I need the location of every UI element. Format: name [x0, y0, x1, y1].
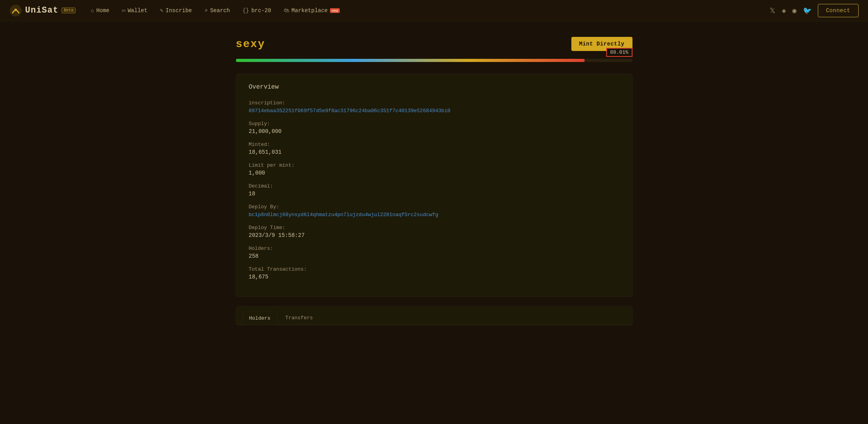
nav-search-label: Search [210, 7, 230, 14]
total-tx-value: 18,675 [249, 274, 620, 280]
supply-value: 21,000,000 [249, 128, 620, 135]
home-icon: ⌂ [91, 7, 94, 14]
beta-badge: Beta [62, 7, 76, 13]
inscription-label: inscription: [249, 100, 620, 106]
nav-home-label: Home [96, 7, 110, 14]
nav-search[interactable]: ⌕ Search [199, 5, 236, 16]
overview-total-tx-row: Total Transactions: 18,675 [249, 266, 620, 280]
deploy-by-label: Deploy By: [249, 204, 620, 210]
minted-value: 18,651,031 [249, 149, 620, 155]
tabs-header: Holders Transfers [236, 307, 632, 325]
nav-marketplace-label: Marketplace [292, 7, 328, 14]
overview-card: Overview inscription: 89714ebaa352251f06… [236, 74, 632, 297]
nav-wallet[interactable]: ▭ Wallet [116, 5, 153, 16]
social-discord-icon[interactable]: ◈ [782, 6, 786, 15]
tab-transfers[interactable]: Transfers [279, 311, 319, 324]
token-name: sexy [236, 38, 265, 50]
social-bird-icon[interactable]: 🐦 [803, 6, 812, 15]
overview-supply-row: Supply: 21,000,000 [249, 121, 620, 135]
marketplace-icon: 🛍 [284, 7, 289, 14]
logo-area: UniSat Beta [9, 4, 76, 17]
holders-value: 258 [249, 253, 620, 259]
supply-label: Supply: [249, 121, 620, 127]
minted-label: Minted: [249, 142, 620, 147]
progress-bar-background [236, 59, 632, 62]
progress-bar-fill [236, 59, 585, 62]
nav-brc20-label: brc-20 [251, 7, 271, 14]
nav-home[interactable]: ⌂ Home [85, 5, 115, 16]
nav-marketplace[interactable]: 🛍 Marketplace new [278, 5, 345, 16]
holders-label: Holders: [249, 246, 620, 251]
progress-container: 88.01% [236, 59, 632, 62]
connect-button[interactable]: Connect [818, 4, 859, 17]
tab-holders[interactable]: Holders [243, 311, 277, 325]
brc20-icon: {} [243, 7, 249, 14]
navbar: UniSat Beta ⌂ Home ▭ Wallet ✎ Inscribe ⌕… [0, 0, 868, 21]
overview-deploy-by-row: Deploy By: bc1p8n0lmcj68ynsyd6l4qhmatzu4… [249, 204, 620, 218]
deploy-time-value: 2023/3/9 15:58:27 [249, 232, 620, 238]
social-icons: 𝕏 ◈ ◉ 🐦 [770, 6, 812, 15]
overview-inscription-row: inscription: 89714ebaa352251f069f57d5e9f… [249, 100, 620, 114]
overview-deploy-time-row: Deploy Time: 2023/3/9 15:58:27 [249, 225, 620, 238]
wallet-icon: ▭ [122, 7, 125, 14]
limit-value: 1,000 [249, 170, 620, 176]
overview-minted-row: Minted: 18,651,031 [249, 142, 620, 155]
new-badge: new [330, 8, 340, 13]
deploy-time-label: Deploy Time: [249, 225, 620, 231]
nav-inscribe-label: Inscribe [166, 7, 192, 14]
main-content: sexy Mint Directly 88.01% Overview inscr… [227, 21, 642, 341]
overview-limit-row: Limit per mint: 1,000 [249, 162, 620, 176]
deploy-by-value[interactable]: bc1p8n0lmcj68ynsyd6l4qhmatzu4pn7lujzdu4w… [249, 212, 439, 218]
progress-percentage: 88.01% [606, 48, 632, 57]
social-medium-icon[interactable]: ◉ [792, 6, 797, 15]
nav-links: ⌂ Home ▭ Wallet ✎ Inscribe ⌕ Search {} b… [85, 5, 763, 16]
inscribe-icon: ✎ [160, 7, 163, 14]
overview-title: Overview [249, 84, 620, 91]
social-twitter-icon[interactable]: 𝕏 [770, 6, 776, 15]
search-icon: ⌕ [205, 7, 208, 14]
limit-label: Limit per mint: [249, 162, 620, 168]
decimal-value: 18 [249, 191, 620, 197]
nav-wallet-label: Wallet [128, 7, 147, 14]
inscription-value[interactable]: 89714ebaa352251f069f57d5e9f8ac31796c24ba… [249, 108, 451, 114]
logo-text: UniSat [25, 5, 58, 15]
nav-inscribe[interactable]: ✎ Inscribe [154, 5, 198, 16]
svg-point-1 [14, 9, 17, 11]
tabs-container: Holders Transfers [236, 306, 632, 325]
total-tx-label: Total Transactions: [249, 266, 620, 272]
decimal-label: Decimal: [249, 183, 620, 189]
overview-holders-row: Holders: 258 [249, 246, 620, 259]
token-header: sexy Mint Directly [236, 37, 632, 51]
nav-brc20[interactable]: {} brc-20 [237, 5, 277, 16]
logo-icon [9, 4, 22, 17]
overview-decimal-row: Decimal: 18 [249, 183, 620, 197]
